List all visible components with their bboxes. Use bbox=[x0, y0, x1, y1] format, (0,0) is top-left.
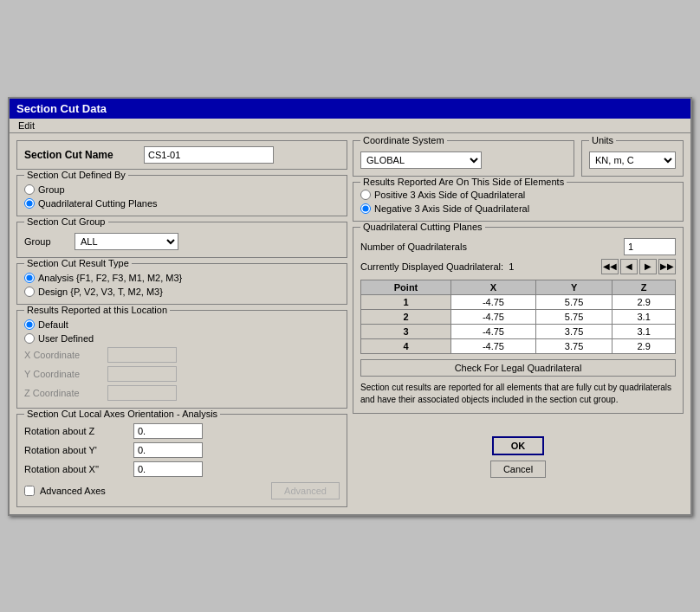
y-coord-row: Y Coordinate bbox=[24, 366, 340, 382]
results-side-title: Results Reported Are On This Side of Ele… bbox=[360, 177, 567, 187]
positive-radio-row: Positive 3 Axis Side of Quadrilateral bbox=[360, 190, 676, 200]
cell-x: -4.75 bbox=[451, 294, 536, 309]
defined-by-group-radio[interactable] bbox=[24, 184, 35, 195]
dialog-body: Section Cut Name Section Cut Defined By … bbox=[10, 133, 690, 514]
cell-x: -4.75 bbox=[451, 338, 536, 353]
cell-y: 3.75 bbox=[535, 338, 612, 353]
col-y: Y bbox=[535, 280, 612, 294]
nav-buttons: ◀◀ ◀ ▶ ▶▶ bbox=[601, 259, 676, 274]
defined-by-quad-label: Quadrilateral Cutting Planes bbox=[38, 198, 158, 209]
y-coord-label: Y Coordinate bbox=[24, 369, 102, 379]
displayed-row: Currently Displayed Quadrilateral: 1 ◀◀ … bbox=[360, 259, 676, 274]
num-quad-label: Number of Quadrilaterals bbox=[360, 242, 467, 252]
section-name-input[interactable] bbox=[144, 146, 274, 164]
ok-button[interactable]: OK bbox=[492, 436, 545, 455]
cell-point: 1 bbox=[361, 294, 451, 309]
cell-y: 3.75 bbox=[535, 324, 612, 338]
location-default-row: Default bbox=[24, 319, 340, 330]
quad-table: Point X Y Z 1-4.755.752.92-4.755.753.13-… bbox=[360, 280, 676, 354]
units-select[interactable]: KN, m, C bbox=[589, 151, 676, 169]
advanced-button[interactable]: Advanced bbox=[271, 482, 340, 499]
rot-z-row: Rotation about Z bbox=[24, 423, 340, 439]
location-default-radio[interactable] bbox=[24, 319, 35, 330]
cell-y: 5.75 bbox=[535, 294, 612, 309]
results-negative-label: Negative 3 Axis Side of Quadrilateral bbox=[374, 203, 529, 214]
top-right-row: Coordinate System GLOBAL Units KN, m, C bbox=[353, 140, 684, 177]
coord-system-title: Coordinate System bbox=[360, 135, 447, 145]
location-user-row: User Defined bbox=[24, 333, 340, 344]
cell-x: -4.75 bbox=[451, 309, 536, 324]
defined-by-group-row: Group bbox=[24, 184, 340, 195]
advanced-axes-row: Advanced Axes Advanced bbox=[24, 482, 340, 499]
local-axes-title: Section Cut Local Axes Orientation - Ana… bbox=[24, 409, 220, 419]
cell-point: 4 bbox=[361, 338, 451, 353]
results-location-title: Results Reported at this Location bbox=[24, 305, 170, 315]
z-coord-label: Z Coordinate bbox=[24, 388, 102, 398]
section-name-label: Section Cut Name bbox=[24, 149, 137, 161]
cell-x: -4.75 bbox=[451, 324, 536, 338]
group-box: Section Cut Group Group ALL bbox=[16, 222, 347, 258]
quad-planes-box: Quadrilateral Cutting Planes Number of Q… bbox=[353, 227, 684, 414]
rot-y-label: Rotation about Y' bbox=[24, 445, 128, 455]
y-coord-input bbox=[107, 366, 177, 382]
rot-x-input[interactable] bbox=[133, 461, 203, 477]
cell-z: 3.1 bbox=[612, 309, 676, 324]
result-analysis-radio[interactable] bbox=[24, 273, 35, 283]
result-design-row: Design {P, V2, V3, T, M2, M3} bbox=[24, 287, 340, 297]
cell-z: 3.1 bbox=[612, 324, 676, 338]
title-bar: Section Cut Data bbox=[10, 99, 690, 119]
defined-by-title: Section Cut Defined By bbox=[24, 170, 128, 180]
section-name-row: Section Cut Name bbox=[16, 140, 347, 170]
advanced-axes-checkbox[interactable] bbox=[24, 486, 35, 496]
defined-by-quad-row: Quadrilateral Cutting Planes bbox=[24, 198, 340, 209]
nav-last-button[interactable]: ▶▶ bbox=[658, 259, 676, 274]
defined-by-group-label: Group bbox=[38, 184, 65, 195]
result-analysis-label: Analysis {F1, F2, F3, M1, M2, M3} bbox=[38, 273, 182, 283]
col-x: X bbox=[451, 280, 536, 294]
z-coord-row: Z Coordinate bbox=[24, 385, 340, 401]
menu-edit[interactable]: Edit bbox=[13, 119, 40, 132]
menu-bar: Edit bbox=[10, 119, 690, 133]
result-design-radio[interactable] bbox=[24, 287, 35, 297]
nav-first-button[interactable]: ◀◀ bbox=[601, 259, 619, 274]
result-type-title: Section Cut Result Type bbox=[24, 258, 132, 268]
table-row: 2-4.755.753.1 bbox=[361, 309, 676, 324]
group-select[interactable]: ALL bbox=[75, 233, 178, 250]
buttons-area: OK Cancel bbox=[353, 436, 684, 478]
coord-system-select[interactable]: GLOBAL bbox=[360, 151, 482, 169]
x-coord-label: X Coordinate bbox=[24, 350, 102, 360]
table-row: 3-4.753.753.1 bbox=[361, 324, 676, 338]
units-title: Units bbox=[589, 135, 616, 145]
cell-y: 5.75 bbox=[535, 309, 612, 324]
dialog-title: Section Cut Data bbox=[16, 102, 107, 115]
defined-by-quad-radio[interactable] bbox=[24, 198, 35, 209]
location-user-radio[interactable] bbox=[24, 333, 35, 344]
location-default-label: Default bbox=[38, 319, 68, 330]
rot-y-input[interactable] bbox=[133, 442, 203, 458]
nav-prev-button[interactable]: ◀ bbox=[620, 259, 638, 274]
results-side-box: Results Reported Are On This Side of Ele… bbox=[353, 182, 684, 222]
results-positive-radio[interactable] bbox=[360, 190, 371, 200]
cell-point: 2 bbox=[361, 309, 451, 324]
location-user-label: User Defined bbox=[38, 333, 94, 344]
quad-planes-title: Quadrilateral Cutting Planes bbox=[360, 222, 485, 232]
results-negative-radio[interactable] bbox=[360, 203, 371, 214]
col-z: Z bbox=[612, 280, 676, 294]
rot-y-row: Rotation about Y' bbox=[24, 442, 340, 458]
num-quad-input[interactable] bbox=[624, 238, 676, 255]
nav-next-button[interactable]: ▶ bbox=[639, 259, 657, 274]
x-coord-row: X Coordinate bbox=[24, 347, 340, 363]
cancel-button[interactable]: Cancel bbox=[490, 461, 546, 478]
cell-z: 2.9 bbox=[612, 338, 676, 353]
rot-x-row: Rotation about X'' bbox=[24, 461, 340, 477]
check-quad-button[interactable]: Check For Legal Quadrilateral bbox=[360, 359, 676, 377]
group-label: Group bbox=[24, 236, 68, 247]
cell-z: 2.9 bbox=[612, 294, 676, 309]
defined-by-box: Section Cut Defined By Group Quadrilater… bbox=[16, 175, 347, 216]
results-location-box: Results Reported at this Location Defaul… bbox=[16, 310, 347, 409]
result-analysis-row: Analysis {F1, F2, F3, M1, M2, M3} bbox=[24, 273, 340, 283]
cell-point: 3 bbox=[361, 324, 451, 338]
rot-z-input[interactable] bbox=[133, 423, 203, 439]
results-positive-label: Positive 3 Axis Side of Quadrilateral bbox=[374, 190, 525, 200]
negative-radio-row: Negative 3 Axis Side of Quadrilateral bbox=[360, 203, 676, 214]
